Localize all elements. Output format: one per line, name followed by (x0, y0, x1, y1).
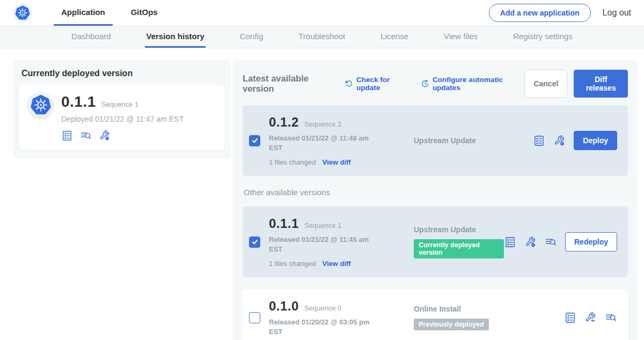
deployed-version-number: 0.1.1 (61, 93, 96, 110)
app-icon (28, 92, 54, 118)
version-checkbox[interactable] (249, 236, 260, 248)
version-row-0-1-2: 0.1.2 Sequence 2 Released 01/21/22 @ 11:… (243, 105, 628, 176)
version-source-label: Upstream Update (414, 225, 504, 234)
refresh-icon (345, 79, 353, 88)
release-notes-icon[interactable] (61, 130, 73, 142)
version-number: 0.1.1 (269, 216, 299, 231)
auto-update-clock-icon (421, 79, 429, 88)
files-changed-label: 1 files changed (269, 260, 316, 268)
config-wrench-gear-icon[interactable] (553, 135, 566, 147)
configure-updates-label: Configure automatic updates (433, 76, 525, 92)
tab-version-history[interactable]: Version history (145, 26, 205, 48)
version-number: 0.1.2 (269, 115, 299, 130)
tab-dashboard[interactable]: Dashboard (70, 26, 112, 48)
preflight-results-icon[interactable] (80, 130, 92, 142)
release-notes-icon[interactable] (533, 135, 545, 147)
released-timestamp: Released 01/21/22 @ 11:45 am EST (269, 235, 376, 254)
release-notes-icon[interactable] (564, 312, 576, 324)
kubernetes-icon (30, 94, 52, 116)
currently-deployed-badge: Currently deployed version (414, 239, 504, 258)
config-wrench-view-icon[interactable] (584, 312, 597, 324)
deployed-sequence-label: Sequence 1 (101, 100, 138, 108)
tab-application[interactable]: Application (54, 0, 113, 26)
sequence-label: Sequence 1 (304, 221, 341, 230)
version-source-label: Upstream Update (414, 136, 533, 145)
version-row-0-1-0: 0.1.0 Sequence 0 Released 01/20/22 @ 03:… (243, 289, 628, 340)
files-changed-label: 1 files changed (269, 158, 316, 166)
app-sub-nav: Dashboard Version history Config Trouble… (0, 26, 644, 48)
deploy-logs-icon[interactable] (605, 312, 617, 324)
config-wrench-gear-icon[interactable] (99, 130, 111, 142)
configure-automatic-updates-link[interactable]: Configure automatic updates (421, 76, 524, 92)
tab-config[interactable]: Config (239, 26, 264, 48)
tab-gitops-label: GitOps (131, 8, 158, 17)
config-wrench-gear-icon[interactable] (524, 236, 537, 248)
currently-deployed-panel: Currently deployed version 0.1.1 Sequenc… (13, 60, 231, 159)
deploy-logs-icon[interactable] (545, 236, 557, 248)
check-for-update-link[interactable]: Check for update (345, 76, 411, 92)
tab-view-files[interactable]: View files (443, 26, 479, 48)
top-nav: Application GitOps Add a new application… (0, 0, 644, 26)
tab-registry-settings[interactable]: Registry settings (512, 26, 574, 48)
version-history-panel: Latest available version Check for updat… (233, 60, 638, 340)
other-versions-heading: Other available versions (244, 188, 627, 197)
released-timestamp: Released 01/21/22 @ 11:48 am EST (269, 134, 376, 152)
deployed-timestamp: Deployed 01/21/22 @ 11:47 am EST (61, 115, 184, 123)
view-diff-link[interactable]: View diff (322, 260, 350, 268)
redeploy-button[interactable]: Redeploy (565, 232, 617, 252)
sequence-label: Sequence 0 (304, 304, 341, 312)
cancel-button[interactable]: Cancel (524, 70, 567, 98)
version-number: 0.1.0 (269, 299, 299, 314)
latest-available-title: Latest available version (243, 73, 334, 94)
logout-link[interactable]: Log out (603, 8, 631, 18)
sequence-label: Sequence 2 (304, 120, 341, 128)
tab-gitops[interactable]: GitOps (123, 0, 165, 26)
version-checkbox[interactable] (249, 312, 260, 323)
app-logo (13, 0, 32, 26)
version-source-label: Online Install (414, 305, 564, 313)
version-checkbox[interactable] (249, 135, 260, 146)
add-application-button[interactable]: Add a new application (489, 4, 591, 22)
check-icon (251, 238, 259, 246)
released-timestamp: Released 01/20/22 @ 03:05 pm EST (269, 317, 376, 336)
previously-deployed-badge: Previously deployed (414, 319, 489, 330)
tab-application-label: Application (61, 8, 105, 17)
release-notes-icon[interactable] (504, 236, 516, 248)
version-row-0-1-1: 0.1.1 Sequence 1 Released 01/21/22 @ 11:… (243, 206, 628, 277)
tab-troubleshoot[interactable]: Troubleshoot (297, 26, 346, 48)
diff-releases-button[interactable]: Diff releases (574, 70, 628, 98)
deployed-version-card: 0.1.1 Sequence 1 Deployed 01/21/22 @ 11:… (19, 85, 224, 150)
deploy-button[interactable]: Deploy (574, 131, 617, 150)
tab-license[interactable]: License (379, 26, 409, 48)
check-for-update-label: Check for update (356, 76, 411, 92)
view-diff-link[interactable]: View diff (322, 158, 350, 166)
kubernetes-icon (14, 5, 31, 21)
currently-deployed-title: Currently deployed version (21, 69, 224, 78)
check-icon (251, 137, 259, 144)
